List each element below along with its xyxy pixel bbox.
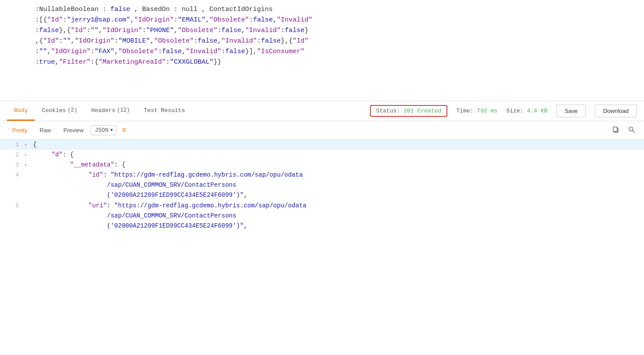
svg-line-3 — [633, 130, 634, 132]
json-format-label: JSON — [95, 127, 108, 134]
json-line-2: 2 ▾ "d": { — [0, 150, 644, 160]
time-label: Time: — [456, 108, 473, 114]
line-num-1: 1 — [0, 140, 24, 150]
preview-button[interactable]: Preview — [58, 125, 89, 135]
tab-test-results[interactable]: Test Results — [137, 101, 192, 121]
line-content-2: "d": { — [31, 150, 644, 160]
size-value: 4.4 KB — [527, 108, 548, 114]
line-num-4: 4 — [0, 170, 24, 200]
json-line-3: 3 ▾ "__metadata": { — [0, 160, 644, 170]
line-content-5: "uri": "https://gdm-redflag.gcdemo.hybri… — [31, 201, 644, 231]
json-line-5: 5 "uri": "https://gdm-redflag.gcdemo.hyb… — [0, 201, 644, 231]
response-tabs: Body Cookies (2) Headers (12) Test Resul… — [7, 101, 192, 121]
right-icons — [611, 124, 637, 137]
line-arrow-3[interactable]: ▾ — [24, 160, 31, 170]
tab-body[interactable]: Body — [7, 101, 35, 121]
status-label: Status: — [376, 108, 400, 114]
json-line-1: 1 ▾ { — [0, 140, 644, 150]
pretty-button[interactable]: Pretty — [7, 125, 33, 135]
json-format-select[interactable]: JSON ▼ — [91, 125, 117, 135]
line-num-3: 3 — [0, 160, 24, 170]
response-bar: Body Cookies (2) Headers (12) Test Resul… — [0, 101, 644, 121]
tab-headers[interactable]: Headers (12) — [84, 101, 136, 121]
preview-line-3: :false},{"Id":"","IdOrigin":"PHONE","Obs… — [35, 25, 635, 36]
chevron-down-icon: ▼ — [110, 128, 113, 133]
tab-cookies[interactable]: Cookies (2) — [35, 101, 84, 121]
search-icon[interactable] — [626, 124, 637, 137]
time-value: 792 ms — [477, 108, 498, 114]
tab-headers-badge: (12) — [117, 107, 130, 113]
preview-line-5: :"","IdOrigin":"FAX","Obsolete":false,"I… — [35, 47, 635, 57]
raw-button[interactable]: Raw — [34, 125, 56, 135]
line-num-2: 2 — [0, 150, 24, 160]
preview-line-2: :[{"Id":"jerry1@sap.com","IdOrigin":"EMA… — [35, 15, 635, 25]
size-info: Size: 4.4 KB — [506, 108, 548, 114]
line-arrow-2[interactable]: ▾ — [24, 150, 31, 160]
tab-body-label: Body — [14, 107, 28, 114]
size-label: Size: — [506, 108, 523, 114]
download-button[interactable]: Download — [595, 105, 637, 117]
tab-cookies-label: Cookies — [42, 107, 66, 114]
time-info: Time: 792 ms — [456, 108, 498, 114]
status-badge: Status: 201 Created — [370, 105, 447, 117]
status-value: 201 Created — [403, 108, 441, 114]
preview-line-1: :NullableBoolean : false , BasedOn : nul… — [35, 4, 635, 15]
format-bar: Pretty Raw Preview JSON ▼ ≡ — [0, 121, 644, 140]
line-content-1: { — [31, 140, 644, 150]
preview-line-4: ,{"Id":"","IdOrigin":"MOBILE","Obsolete"… — [35, 36, 635, 47]
json-line-4: 4 "id": "https://gdm-redflag.gcdemo.hybr… — [0, 170, 644, 200]
svg-rect-1 — [613, 127, 617, 131]
line-arrow-4 — [24, 170, 31, 200]
copy-icon[interactable] — [611, 124, 621, 137]
status-area: Status: 201 Created Time: 792 ms Size: 4… — [370, 105, 637, 117]
save-button[interactable]: Save — [556, 105, 586, 117]
filter-icon[interactable]: ≡ — [122, 127, 126, 134]
tab-headers-label: Headers — [91, 107, 115, 114]
line-content-4: "id": "https://gdm-redflag.gcdemo.hybris… — [31, 170, 644, 200]
line-arrow-1[interactable]: ▾ — [24, 140, 31, 150]
preview-line-6: :true,"Filter":{"MarketingAreaId":"CXXGL… — [35, 57, 635, 68]
line-num-5: 5 — [0, 201, 24, 231]
line-arrow-5 — [24, 201, 31, 231]
tab-cookies-badge: (2) — [68, 107, 77, 113]
line-content-3: "__metadata": { — [31, 160, 644, 170]
json-content-area[interactable]: 1 ▾ { 2 ▾ "d": { 3 ▾ "__metadata": { 4 "… — [0, 140, 644, 355]
tab-test-results-label: Test Results — [144, 107, 185, 114]
top-preview-area: :NullableBoolean : false , BasedOn : nul… — [0, 0, 644, 101]
